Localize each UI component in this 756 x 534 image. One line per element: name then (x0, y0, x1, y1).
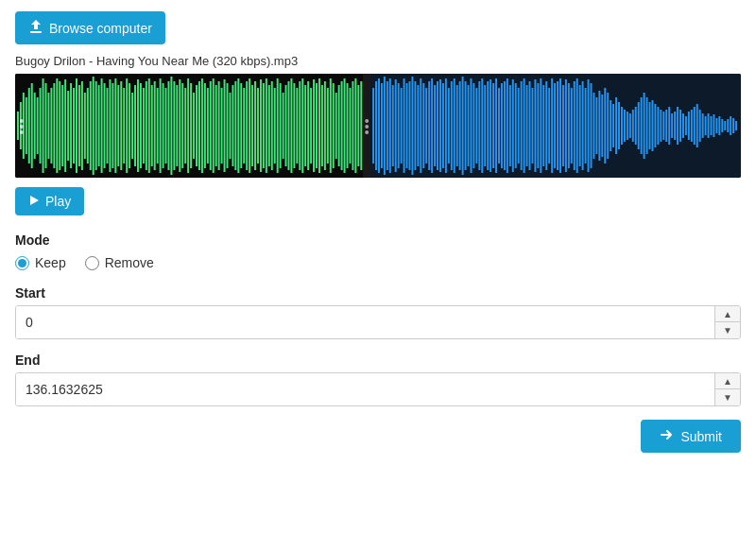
svg-rect-94 (271, 81, 273, 170)
svg-rect-162 (468, 85, 470, 166)
svg-rect-242 (691, 110, 693, 142)
mode-section: Mode Keep Remove (15, 233, 741, 270)
svg-rect-167 (481, 78, 483, 173)
svg-rect-174 (501, 83, 503, 168)
svg-rect-198 (568, 83, 570, 168)
mode-remove-radio[interactable] (85, 256, 99, 270)
mode-keep-label: Keep (35, 255, 66, 270)
svg-rect-11 (40, 88, 42, 164)
end-input-wrapper: ▲ ▼ (15, 372, 741, 406)
mode-remove-option[interactable]: Remove (85, 255, 154, 270)
svg-rect-41 (123, 88, 125, 164)
start-spinner: ▲ ▼ (714, 306, 740, 338)
svg-rect-256 (730, 116, 731, 135)
svg-rect-64 (187, 78, 189, 173)
svg-rect-75 (218, 81, 220, 170)
svg-rect-203 (582, 81, 584, 170)
svg-rect-195 (559, 78, 561, 173)
svg-rect-39 (117, 85, 119, 166)
svg-rect-6 (26, 97, 27, 154)
svg-rect-157 (454, 78, 455, 173)
svg-rect-120 (344, 78, 346, 173)
svg-rect-98 (283, 93, 284, 159)
svg-rect-209 (598, 91, 600, 161)
svg-rect-132 (384, 77, 386, 175)
svg-rect-33 (101, 78, 103, 173)
svg-rect-247 (705, 116, 707, 135)
svg-point-259 (20, 119, 24, 123)
end-increment-button[interactable]: ▲ (715, 373, 740, 389)
svg-rect-254 (724, 121, 726, 130)
svg-rect-140 (406, 83, 408, 168)
waveform-display[interactable] (15, 74, 741, 178)
svg-rect-236 (674, 112, 676, 140)
end-decrement-button[interactable]: ▼ (715, 389, 740, 405)
svg-rect-51 (151, 85, 153, 166)
svg-rect-227 (649, 102, 651, 149)
end-spinner: ▲ ▼ (714, 373, 740, 405)
svg-rect-201 (576, 78, 578, 173)
svg-rect-12 (43, 78, 44, 173)
mode-keep-radio[interactable] (15, 256, 29, 270)
svg-rect-66 (193, 93, 195, 159)
svg-rect-24 (76, 78, 77, 173)
svg-rect-68 (198, 81, 200, 170)
svg-rect-173 (498, 88, 500, 164)
svg-rect-246 (702, 113, 704, 138)
svg-rect-81 (234, 81, 236, 170)
svg-rect-194 (557, 81, 558, 170)
svg-rect-235 (671, 113, 673, 138)
svg-rect-200 (574, 81, 576, 170)
start-increment-button[interactable]: ▲ (715, 306, 740, 322)
svg-rect-225 (644, 93, 645, 159)
end-label: End (15, 353, 741, 368)
svg-rect-26 (81, 81, 83, 170)
svg-rect-8 (31, 83, 33, 168)
svg-rect-34 (104, 83, 106, 168)
browse-button[interactable]: Browse computer (15, 11, 165, 44)
svg-rect-138 (401, 88, 403, 164)
svg-rect-177 (509, 85, 511, 166)
svg-rect-230 (657, 107, 659, 145)
submit-button[interactable]: Submit (641, 420, 741, 453)
svg-rect-205 (588, 79, 590, 172)
svg-rect-9 (34, 93, 36, 159)
svg-rect-175 (504, 81, 506, 170)
svg-rect-199 (571, 88, 573, 164)
svg-rect-229 (654, 104, 656, 147)
svg-rect-144 (417, 85, 419, 166)
svg-rect-188 (540, 78, 541, 173)
svg-rect-86 (249, 78, 250, 173)
svg-rect-63 (184, 88, 186, 164)
svg-rect-207 (593, 93, 594, 159)
svg-rect-49 (146, 81, 147, 170)
svg-rect-129 (375, 81, 377, 170)
svg-rect-151 (437, 81, 438, 170)
svg-rect-125 (357, 85, 359, 166)
svg-rect-222 (635, 107, 637, 145)
svg-rect-29 (90, 81, 92, 170)
svg-rect-139 (404, 78, 405, 173)
svg-rect-219 (627, 112, 628, 140)
svg-rect-197 (565, 79, 567, 172)
start-input[interactable] (16, 306, 714, 338)
svg-rect-62 (181, 83, 183, 168)
start-decrement-button[interactable]: ▼ (715, 322, 740, 338)
svg-rect-186 (534, 79, 536, 172)
svg-rect-187 (537, 83, 539, 168)
svg-rect-77 (224, 79, 226, 172)
svg-rect-189 (542, 85, 544, 166)
svg-rect-221 (632, 110, 634, 142)
svg-rect-249 (711, 116, 713, 135)
svg-point-264 (365, 130, 369, 134)
svg-rect-83 (240, 83, 242, 168)
play-button[interactable]: Play (15, 187, 84, 215)
mode-keep-option[interactable]: Keep (15, 255, 66, 270)
svg-rect-123 (352, 81, 353, 170)
svg-rect-213 (610, 100, 611, 151)
svg-rect-27 (84, 93, 86, 159)
svg-rect-245 (699, 110, 701, 142)
svg-rect-137 (398, 83, 400, 168)
end-input[interactable] (16, 373, 714, 405)
svg-rect-180 (518, 88, 520, 164)
